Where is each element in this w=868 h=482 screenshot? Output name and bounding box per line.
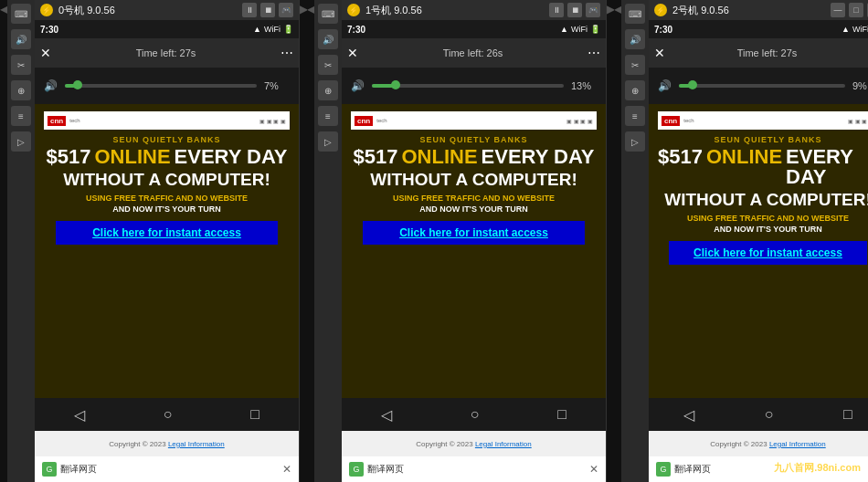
menu-btn-1[interactable]: ≡ xyxy=(318,106,338,126)
status-time-0: 7:30 xyxy=(40,25,58,35)
phone-screen-0: 7:30 ▲ WiFi 🔋 ✕ Time left: 27s ⋯ xyxy=(35,20,299,482)
browser-menu-0[interactable]: ⋯ xyxy=(281,46,293,60)
translate-close-1[interactable]: ✕ xyxy=(589,463,598,476)
phone-area-2: ⚡ 2号机 9.0.56 — □ ✕ 7:30 ▲ WiFi 🔋 xyxy=(649,0,868,482)
keyboard-icon-2[interactable]: ⌨ xyxy=(625,4,645,24)
translate-bar-1: G 翻译网页 ✕ xyxy=(342,456,606,482)
ad-logo-bar-2: cnn tech ▣ ▣ ▣ ▣ xyxy=(658,111,868,130)
menu-btn-0[interactable]: ≡ xyxy=(11,106,31,126)
headline-row-2: $517 ONLINE EVERY DAY xyxy=(658,147,868,191)
volume-btn-2[interactable]: 🔊 xyxy=(625,29,645,49)
progress-fill-1 xyxy=(372,84,397,88)
headline-row-0: $517 ONLINE EVERY DAY xyxy=(47,147,288,171)
legal-link-1[interactable]: Legal Information xyxy=(475,440,532,448)
emulator-panel-1: ◀ ⌨ 🔊 ✂ ⊕ ≡ ▷ ⚡ 1号机 9.0.56 ⏸ ⏹ 🎮 xyxy=(307,0,614,482)
legal-link-2[interactable]: Legal Information xyxy=(769,440,826,448)
side-toolbar-2: ⌨ 🔊 ✂ ⊕ ≡ ▷ xyxy=(621,0,649,482)
add-btn-1[interactable]: ⊕ xyxy=(318,80,338,100)
play-btn-2[interactable]: ▷ xyxy=(625,131,645,152)
home-btn-2[interactable]: ○ xyxy=(765,406,774,423)
pause-btn-0[interactable]: ⏸ xyxy=(242,3,257,17)
status-time-2: 7:30 xyxy=(654,25,672,35)
side-toolbar-1: ⌨ 🔊 ✂ ⊕ ≡ ▷ xyxy=(314,0,342,482)
everyday-2: EVERY DAY xyxy=(786,147,868,187)
title-controls-0: ⏸ ⏹ 🎮 xyxy=(242,3,293,17)
recents-btn-1[interactable]: □ xyxy=(557,406,566,423)
left-divider-1: ◀ xyxy=(307,0,314,482)
back-btn-2[interactable]: ◁ xyxy=(683,406,694,424)
home-btn-0[interactable]: ○ xyxy=(164,406,173,423)
keyboard-icon-1[interactable]: ⌨ xyxy=(318,4,338,24)
translate-icon-2: G xyxy=(656,462,671,477)
cta-btn-1[interactable]: Click here for instant access xyxy=(363,221,584,245)
translate-bar-0: G 翻译网页 ✕ xyxy=(35,456,299,482)
using-text-2: USING FREE TRAFFIC AND NO WEBSITE xyxy=(687,214,849,223)
online-0: ONLINE xyxy=(94,147,170,167)
ad-logo-bar-0: cnn tech ▣ ▣ ▣ ▣ xyxy=(44,111,290,130)
add-btn-2[interactable]: ⊕ xyxy=(625,80,645,100)
pause-btn-1[interactable]: ⏸ xyxy=(549,3,564,17)
play-btn-1[interactable]: ▷ xyxy=(318,131,338,152)
copyright-text-2: Copyright © 2023 xyxy=(710,440,767,448)
legal-link-0[interactable]: Legal Information xyxy=(168,440,225,448)
phone-area-0: ⚡ 0号机 9.0.56 ⏸ ⏹ 🎮 7:30 ▲ WiFi xyxy=(35,0,299,482)
ad-social-1: ▣ ▣ ▣ ▣ xyxy=(566,118,593,124)
wifi-icon-2: WiFi xyxy=(852,25,868,34)
scissors-btn-1[interactable]: ✂ xyxy=(318,55,338,75)
title-bar-1: ⚡ 1号机 9.0.56 ⏸ ⏹ 🎮 xyxy=(342,0,606,20)
copyright-bar-0: Copyright © 2023 Legal Information xyxy=(35,431,299,456)
home-btn-1[interactable]: ○ xyxy=(471,406,480,423)
right-divider-1: ▶ xyxy=(607,0,614,482)
app-icon-1: ⚡ xyxy=(347,4,360,16)
everyday-0: EVERY DAY xyxy=(175,147,288,167)
stop-btn-1[interactable]: ⏹ xyxy=(567,3,582,17)
scissors-btn-2[interactable]: ✂ xyxy=(625,55,645,75)
browser-bar-1: ✕ Time left: 26s ⋯ xyxy=(342,38,606,68)
game-btn-1[interactable]: 🎮 xyxy=(586,3,600,17)
browser-close-2[interactable]: ✕ xyxy=(654,46,665,60)
browser-close-1[interactable]: ✕ xyxy=(347,46,358,60)
recents-btn-2[interactable]: □ xyxy=(843,406,852,423)
time-left-2: Time left: 27s xyxy=(669,47,865,58)
nav-bar-1: ◁ ○ □ xyxy=(342,398,606,431)
status-time-1: 7:30 xyxy=(347,25,365,35)
game-btn-0[interactable]: 🎮 xyxy=(279,3,293,17)
volume-btn-0[interactable]: 🔊 xyxy=(11,29,31,49)
minimize-btn-2[interactable]: — xyxy=(831,3,845,17)
status-bar-1: 7:30 ▲ WiFi 🔋 xyxy=(342,20,606,38)
translate-close-0[interactable]: ✕ xyxy=(282,463,291,476)
max-btn-2[interactable]: □ xyxy=(849,3,863,17)
using-text-0: USING FREE TRAFFIC AND NO WEBSITE xyxy=(86,194,248,203)
vol-icon-0: 🔊 xyxy=(44,79,58,92)
recents-btn-0[interactable]: □ xyxy=(250,406,259,423)
add-btn-0[interactable]: ⊕ xyxy=(11,80,31,100)
browser-menu-1[interactable]: ⋯ xyxy=(587,46,600,60)
translate-icon-0: G xyxy=(42,462,57,477)
headline-row-1: $517 ONLINE EVERY DAY xyxy=(354,147,595,171)
browser-bar-0: ✕ Time left: 27s ⋯ xyxy=(35,38,299,68)
title-controls-2: — □ ✕ xyxy=(831,3,868,17)
keyboard-icon-0[interactable]: ⌨ xyxy=(11,4,31,24)
computer-text-1: WITHOUT A COMPUTER! xyxy=(370,171,577,190)
ad-logo-bar-1: cnn tech ▣ ▣ ▣ ▣ xyxy=(351,111,597,130)
translate-icon-1: G xyxy=(349,462,364,477)
cta-btn-2[interactable]: Click here for instant access xyxy=(669,241,867,265)
computer-text-0: WITHOUT A COMPUTER! xyxy=(63,171,270,190)
scissors-btn-0[interactable]: ✂ xyxy=(11,55,31,75)
cta-btn-0[interactable]: Click here for instant access xyxy=(56,221,277,245)
browser-close-0[interactable]: ✕ xyxy=(40,46,51,60)
side-toolbar-0: ⌨ 🔊 ✂ ⊕ ≡ ▷ xyxy=(7,0,35,482)
percent-2: 9% xyxy=(852,80,868,91)
back-btn-1[interactable]: ◁ xyxy=(381,406,392,424)
back-btn-0[interactable]: ◁ xyxy=(74,406,85,424)
progress-fill-0 xyxy=(65,84,79,88)
app-icon-0: ⚡ xyxy=(40,4,53,16)
volume-btn-1[interactable]: 🔊 xyxy=(318,29,338,49)
copyright-text-1: Copyright © 2023 xyxy=(416,440,472,448)
stop-btn-0[interactable]: ⏹ xyxy=(260,3,275,17)
ad-social-0: ▣ ▣ ▣ ▣ xyxy=(259,118,286,124)
play-btn-0[interactable]: ▷ xyxy=(11,131,31,152)
status-icons-1: ▲ WiFi 🔋 xyxy=(560,25,600,34)
cnn-logo-0: cnn xyxy=(48,116,66,126)
menu-btn-2[interactable]: ≡ xyxy=(625,106,645,126)
